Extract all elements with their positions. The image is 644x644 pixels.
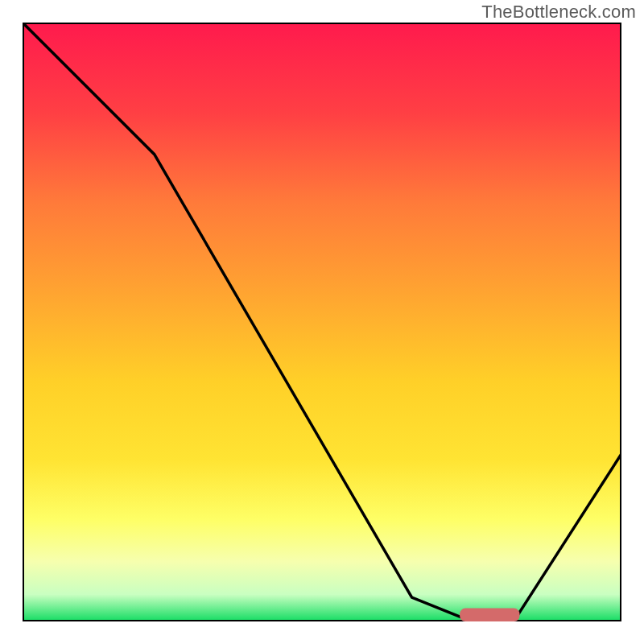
bottleneck-chart <box>23 23 621 621</box>
plot-area <box>23 23 621 621</box>
optimal-range-marker <box>460 609 519 621</box>
watermark-label: TheBottleneck.com <box>481 2 636 23</box>
chart-container: TheBottleneck.com <box>0 0 644 644</box>
